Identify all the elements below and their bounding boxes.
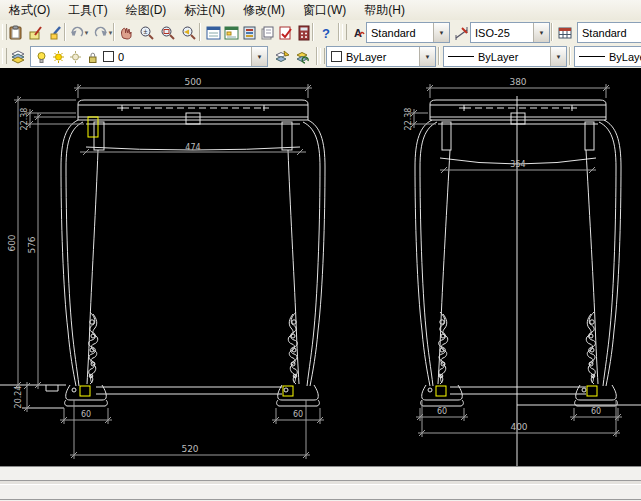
color-combobox[interactable]: ByLayer ▼ (326, 46, 436, 67)
sun-icon[interactable] (52, 50, 65, 64)
layers-toolbar: 0 ▼ ByLayer ▼ ByLayer ▼ ByLayer ▼ (0, 44, 641, 69)
toolbar-separator (64, 23, 66, 41)
toolbar-separator (113, 23, 115, 41)
menu-draw[interactable]: 绘图(D) (117, 0, 176, 21)
text-style-value: Standard (367, 27, 433, 39)
match-properties-icon[interactable] (46, 23, 66, 43)
command-line-panel[interactable] (0, 466, 641, 501)
markup-set-manager-icon[interactable] (276, 23, 296, 43)
color-swatch-icon (331, 51, 342, 62)
lineweight-sample (579, 56, 605, 57)
side-view-drawing: 380 22.38 354 60 60 400 (404, 77, 641, 466)
design-center-icon[interactable] (222, 23, 242, 43)
menu-modify[interactable]: 修改(M) (234, 0, 294, 21)
paste-icon[interactable] (6, 23, 26, 43)
layer-name: 0 (118, 51, 124, 63)
pan-icon[interactable] (116, 23, 136, 43)
block-editor-icon[interactable] (26, 23, 46, 43)
dim-style-value: ISO-25 (471, 27, 533, 39)
front-view-drawing: 500 22.38 474 600 576 20.24 60 60 520 (0, 77, 325, 459)
chevron-down-icon[interactable]: ▼ (433, 23, 449, 42)
table-style-value: Standard (578, 27, 641, 39)
toolbar-separator (312, 23, 314, 41)
dim-side-foot-right: 60 (591, 407, 601, 416)
dim-front-top: 500 (184, 77, 201, 87)
text-style-combobox[interactable]: Standard ▼ (366, 22, 450, 43)
dim-front-thickness: 22.38 (20, 108, 29, 131)
dim-side-apron: 354 (510, 160, 525, 169)
dim-front-leg-height: 576 (27, 236, 37, 253)
side-view-dimensions: 380 22.38 354 60 60 400 (404, 77, 622, 437)
help-icon[interactable]: ? (316, 23, 336, 43)
dim-front-foot-left: 60 (81, 410, 91, 419)
dim-side-bottom: 400 (510, 422, 527, 432)
linetype-combobox[interactable]: ByLayer ▼ (443, 46, 567, 67)
menu-bar: 格式(O) 工具(T) 绘图(D) 标注(N) 修改(M) 窗口(W) 帮助(H… (0, 0, 641, 21)
chevron-down-icon[interactable]: ▼ (550, 47, 566, 66)
command-splitter[interactable] (0, 480, 641, 485)
zoom-realtime-icon[interactable]: ± (137, 23, 157, 43)
layer-combobox[interactable]: 0 ▼ (30, 46, 268, 67)
selection-grips[interactable] (80, 117, 293, 396)
lineweight-value: ByLayer (609, 51, 641, 63)
quick-calc-icon[interactable] (294, 23, 314, 43)
menu-dimension[interactable]: 标注(N) (175, 0, 234, 21)
menu-format[interactable]: 格式(O) (0, 0, 59, 21)
toolbar-separator (438, 47, 440, 65)
linetype-value: ByLayer (478, 51, 518, 63)
chevron-down-icon[interactable]: ▼ (533, 23, 549, 42)
sheet-set-manager-icon[interactable] (258, 23, 278, 43)
toolbar-grip[interactable] (342, 24, 347, 40)
menu-window[interactable]: 窗口(W) (294, 0, 355, 21)
toolbar-separator (316, 47, 318, 65)
dim-side-foot-left: 60 (437, 407, 447, 416)
window-edge (0, 499, 641, 500)
svg-text:±: ± (144, 28, 148, 35)
linetype-sample (448, 56, 474, 57)
chevron-down-icon[interactable]: ▼ (419, 47, 435, 66)
drawing-canvas[interactable]: 500 22.38 474 600 576 20.24 60 60 520 (0, 68, 641, 466)
toolbar-separator (551, 23, 553, 41)
menu-tools[interactable]: 工具(T) (59, 0, 116, 21)
standard-toolbar: ▼ ▼ ± ? A Standard ▼ ISO-25 ▼ (0, 20, 641, 45)
zoom-window-icon[interactable] (158, 23, 178, 43)
toolbar-grip[interactable] (320, 48, 325, 64)
dim-style-icon[interactable] (452, 23, 472, 43)
dim-style-combobox[interactable]: ISO-25 ▼ (470, 22, 550, 43)
menu-help[interactable]: 帮助(H) (355, 0, 414, 21)
zoom-previous-icon[interactable] (179, 23, 199, 43)
sun-viewport-icon[interactable] (69, 50, 82, 64)
toolbar-separator (338, 23, 340, 41)
layer-properties-icon[interactable] (8, 47, 28, 67)
dim-side-thickness: 22.38 (404, 108, 413, 131)
lock-icon[interactable] (86, 50, 99, 64)
table-style-combobox[interactable]: Standard ▼ (577, 22, 641, 43)
dim-side-top: 380 (509, 77, 526, 87)
dim-front-height: 600 (7, 234, 17, 251)
toolbar-grip[interactable] (2, 48, 7, 64)
lineweight-combobox[interactable]: ByLayer ▼ (574, 46, 641, 67)
color-value: ByLayer (346, 51, 386, 63)
dim-front-foot-right: 60 (293, 410, 303, 419)
dim-front-bottom: 520 (181, 444, 198, 454)
cad-drawing: 500 22.38 474 600 576 20.24 60 60 520 (0, 68, 641, 466)
svg-text:?: ? (322, 26, 330, 41)
properties-icon[interactable] (204, 23, 224, 43)
bulb-icon[interactable] (35, 50, 48, 64)
toolbar-separator (199, 23, 201, 41)
text-style-icon[interactable]: A (348, 23, 368, 43)
dim-front-foot-height: 20.24 (14, 386, 23, 409)
dim-front-apron: 474 (185, 143, 200, 152)
layer-states-icon[interactable] (293, 47, 313, 67)
undo-dropdown-icon[interactable]: ▼ (82, 28, 91, 38)
layer-color-swatch[interactable] (103, 51, 114, 62)
chevron-down-icon[interactable]: ▼ (251, 47, 267, 66)
tool-palettes-icon[interactable] (240, 23, 260, 43)
table-style-icon[interactable] (555, 23, 575, 43)
toolbar-separator (569, 47, 571, 65)
make-layer-current-icon[interactable] (272, 47, 292, 67)
